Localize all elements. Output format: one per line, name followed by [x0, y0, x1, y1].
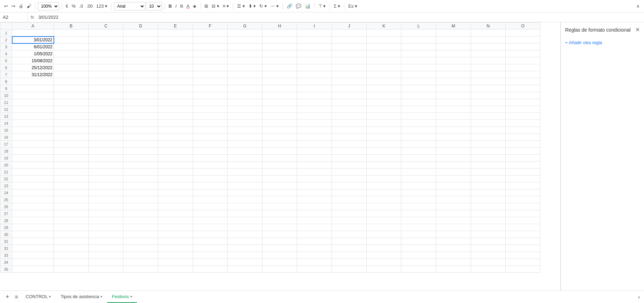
cell-K10[interactable] — [367, 92, 401, 99]
cell-B9[interactable] — [54, 85, 89, 92]
cell-J18[interactable] — [332, 148, 367, 155]
cell-A33[interactable] — [12, 252, 54, 259]
cell-J14[interactable] — [332, 120, 367, 127]
cell-G30[interactable] — [228, 231, 262, 238]
cell-N20[interactable] — [471, 162, 506, 169]
cell-D29[interactable] — [123, 224, 158, 231]
cell-F27[interactable] — [193, 210, 228, 217]
cell-I18[interactable] — [297, 148, 332, 155]
row-header-13[interactable]: 13 — [0, 113, 12, 120]
cell-F34[interactable] — [193, 259, 228, 266]
cell-F22[interactable] — [193, 175, 228, 182]
cell-J3[interactable] — [332, 43, 367, 50]
cell-N23[interactable] — [471, 182, 506, 189]
cell-A25[interactable] — [12, 196, 54, 203]
cell-F18[interactable] — [193, 148, 228, 155]
cell-E31[interactable] — [158, 238, 193, 245]
cell-J2[interactable] — [332, 36, 367, 43]
cell-B34[interactable] — [54, 259, 89, 266]
cell-A3[interactable]: 6/01/2022 — [12, 43, 54, 50]
cell-I15[interactable] — [297, 127, 332, 134]
cell-M7[interactable] — [436, 71, 471, 78]
cell-N31[interactable] — [471, 238, 506, 245]
row-header-8[interactable]: 8 — [0, 78, 12, 85]
cell-G21[interactable] — [228, 169, 262, 175]
cell-O27[interactable] — [506, 210, 540, 217]
cell-L23[interactable] — [401, 182, 436, 189]
cell-O6[interactable] — [506, 64, 540, 71]
cell-O24[interactable] — [506, 189, 540, 196]
cell-A32[interactable] — [12, 245, 54, 252]
cell-H33[interactable] — [262, 252, 297, 259]
cell-O21[interactable] — [506, 169, 540, 175]
cell-H20[interactable] — [262, 162, 297, 169]
cell-F31[interactable] — [193, 238, 228, 245]
cell-B33[interactable] — [54, 252, 89, 259]
cell-D18[interactable] — [123, 148, 158, 155]
cell-K16[interactable] — [367, 134, 401, 141]
cell-A9[interactable] — [12, 85, 54, 92]
cell-B8[interactable] — [54, 78, 89, 85]
cell-E29[interactable] — [158, 224, 193, 231]
cell-N25[interactable] — [471, 196, 506, 203]
cell-E28[interactable] — [158, 217, 193, 224]
cell-K29[interactable] — [367, 224, 401, 231]
cell-I29[interactable] — [297, 224, 332, 231]
cell-A5[interactable]: 15/08/2022 — [12, 57, 54, 64]
cell-J11[interactable] — [332, 99, 367, 106]
cell-F2[interactable] — [193, 36, 228, 43]
cell-A20[interactable] — [12, 162, 54, 169]
cell-F4[interactable] — [193, 50, 228, 57]
cell-G18[interactable] — [228, 148, 262, 155]
cell-O26[interactable] — [506, 203, 540, 210]
cell-M26[interactable] — [436, 203, 471, 210]
bold-button[interactable]: B — [167, 3, 173, 9]
cell-O13[interactable] — [506, 113, 540, 120]
add-sheet-button[interactable]: + — [3, 292, 12, 302]
cell-J25[interactable] — [332, 196, 367, 203]
row-header-6[interactable]: 6 — [0, 64, 12, 71]
col-header-M[interactable]: M — [436, 23, 471, 30]
cell-E33[interactable] — [158, 252, 193, 259]
cell-E24[interactable] — [158, 189, 193, 196]
cell-C29[interactable] — [89, 224, 123, 231]
row-header-27[interactable]: 27 — [0, 210, 12, 217]
cell-B29[interactable] — [54, 224, 89, 231]
cell-O33[interactable] — [506, 252, 540, 259]
cell-H28[interactable] — [262, 217, 297, 224]
cell-C34[interactable] — [89, 259, 123, 266]
cell-D30[interactable] — [123, 231, 158, 238]
filter-button[interactable]: ⊤ ▾ — [317, 3, 327, 9]
cell-L18[interactable] — [401, 148, 436, 155]
cell-M11[interactable] — [436, 99, 471, 106]
cell-C5[interactable] — [89, 57, 123, 64]
cell-B15[interactable] — [54, 127, 89, 134]
cell-O12[interactable] — [506, 106, 540, 113]
cell-A19[interactable] — [12, 155, 54, 162]
cell-N32[interactable] — [471, 245, 506, 252]
cell-E32[interactable] — [158, 245, 193, 252]
cell-L8[interactable] — [401, 78, 436, 85]
cell-H35[interactable] — [262, 266, 297, 273]
cell-B25[interactable] — [54, 196, 89, 203]
cell-I4[interactable] — [297, 50, 332, 57]
cell-C27[interactable] — [89, 210, 123, 217]
cell-H21[interactable] — [262, 169, 297, 175]
cell-F3[interactable] — [193, 43, 228, 50]
cell-G9[interactable] — [228, 85, 262, 92]
cell-C21[interactable] — [89, 169, 123, 175]
cell-K2[interactable] — [367, 36, 401, 43]
cell-J16[interactable] — [332, 134, 367, 141]
cell-I21[interactable] — [297, 169, 332, 175]
cell-M12[interactable] — [436, 106, 471, 113]
cell-F1[interactable] — [193, 30, 228, 36]
cell-A11[interactable] — [12, 99, 54, 106]
chart-button[interactable]: 📊 — [303, 3, 312, 9]
cell-K23[interactable] — [367, 182, 401, 189]
cell-G22[interactable] — [228, 175, 262, 182]
cell-K14[interactable] — [367, 120, 401, 127]
cell-I9[interactable] — [297, 85, 332, 92]
cell-N22[interactable] — [471, 175, 506, 182]
cell-G8[interactable] — [228, 78, 262, 85]
cell-I12[interactable] — [297, 106, 332, 113]
